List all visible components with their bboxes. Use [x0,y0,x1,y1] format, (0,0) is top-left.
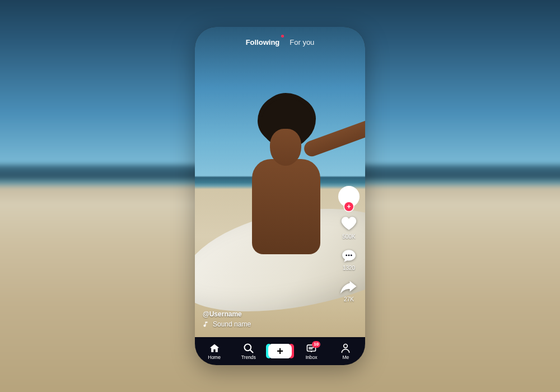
notification-dot-icon [281,35,284,38]
phone-frame: Following For you + 500K [195,27,365,365]
nav-home-label: Home [208,354,221,360]
svg-point-2 [351,255,352,256]
nav-create-button[interactable]: + [268,344,292,358]
svg-point-1 [348,255,350,256]
music-note-icon [203,321,209,328]
action-rail: + 500K 1320 [338,186,360,302]
nav-me[interactable]: Me [331,343,360,360]
svg-point-6 [344,344,348,348]
nav-me-label: Me [342,354,349,360]
tab-following-label: Following [246,38,280,46]
feed-tabs: Following For you [195,38,365,46]
comment-icon [341,249,357,263]
like-button[interactable]: 500K [341,216,357,240]
nav-home[interactable]: Home [200,343,229,360]
video-meta: @Username Sound name [203,310,251,328]
plus-icon: + [268,344,292,358]
inbox-badge: 10 [312,341,320,348]
video-feed[interactable]: Following For you + 500K [195,27,365,365]
author-username[interactable]: @Username [203,310,251,318]
comment-button[interactable]: 1320 [341,249,357,271]
profile-icon [339,343,352,354]
like-count: 500K [342,234,355,240]
search-icon [242,343,255,354]
nav-trends[interactable]: Trends [234,343,263,360]
svg-line-4 [250,349,253,352]
nav-trends-label: Trends [241,354,256,360]
sound-name: Sound name [213,320,251,328]
author-avatar-button[interactable]: + [338,186,360,207]
comment-count: 1320 [343,265,355,271]
tab-for-you-label: For you [290,38,314,46]
nav-inbox[interactable]: 10 Inbox [297,343,326,360]
tab-following[interactable]: Following [246,38,280,46]
bottom-nav: Home Trends + 10 [195,337,365,365]
home-icon [208,343,221,354]
share-button[interactable]: 27K [340,280,357,302]
share-count: 27K [344,296,354,302]
follow-plus-icon[interactable]: + [344,202,353,211]
tab-for-you[interactable]: For you [290,38,314,46]
sound-link[interactable]: Sound name [203,320,251,328]
share-icon [340,280,357,295]
app-background: Following For you + 500K [0,0,560,392]
svg-point-0 [346,255,347,256]
nav-inbox-label: Inbox [306,354,318,360]
heart-icon [341,216,357,232]
